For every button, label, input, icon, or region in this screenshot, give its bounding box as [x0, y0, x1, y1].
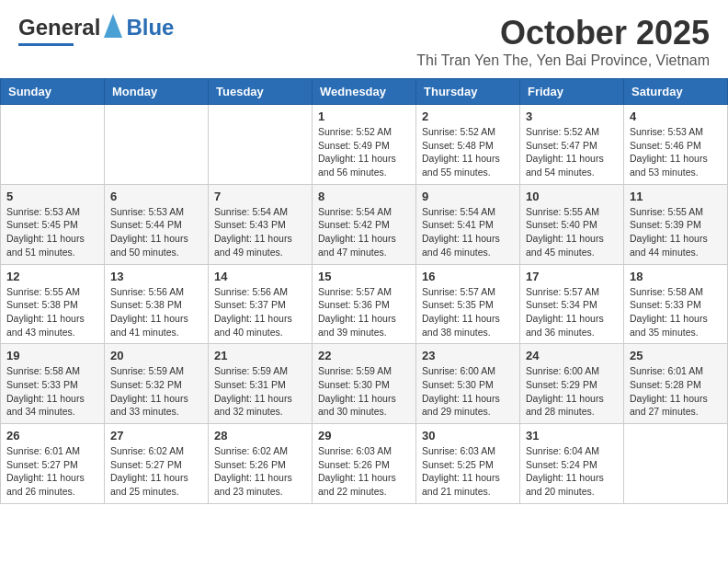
day-info: Sunrise: 5:56 AM Sunset: 5:38 PM Dayligh…	[110, 285, 202, 339]
day-info: Sunrise: 6:01 AM Sunset: 5:28 PM Dayligh…	[630, 364, 722, 419]
day-number: 26	[6, 429, 98, 442]
calendar-cell: 25Sunrise: 6:01 AM Sunset: 5:28 PM Dayli…	[624, 344, 728, 424]
day-info: Sunrise: 5:58 AM Sunset: 5:33 PM Dayligh…	[6, 364, 98, 419]
logo-blue: Blue	[126, 15, 174, 40]
day-number: 22	[318, 349, 410, 362]
calendar-cell	[209, 105, 313, 185]
location-title: Thi Tran Yen The, Yen Bai Province, Viet…	[416, 52, 710, 69]
day-info: Sunrise: 6:00 AM Sunset: 5:30 PM Dayligh…	[422, 364, 514, 419]
calendar-week-row: 12Sunrise: 5:55 AM Sunset: 5:38 PM Dayli…	[1, 264, 728, 344]
day-number: 28	[214, 429, 306, 442]
day-info: Sunrise: 5:54 AM Sunset: 5:41 PM Dayligh…	[422, 205, 514, 259]
day-info: Sunrise: 6:00 AM Sunset: 5:29 PM Dayligh…	[526, 364, 618, 419]
calendar-table: SundayMondayTuesdayWednesdayThursdayFrid…	[0, 78, 728, 504]
calendar-cell: 23Sunrise: 6:00 AM Sunset: 5:30 PM Dayli…	[416, 344, 520, 424]
day-number: 27	[110, 429, 202, 442]
calendar-cell: 22Sunrise: 5:59 AM Sunset: 5:30 PM Dayli…	[313, 344, 416, 424]
calendar-cell: 12Sunrise: 5:55 AM Sunset: 5:38 PM Dayli…	[1, 264, 105, 344]
day-info: Sunrise: 5:52 AM Sunset: 5:47 PM Dayligh…	[526, 125, 618, 179]
day-number: 15	[318, 270, 410, 283]
calendar-cell: 3Sunrise: 5:52 AM Sunset: 5:47 PM Daylig…	[520, 105, 624, 185]
logo-underline	[18, 43, 74, 46]
svg-marker-0	[104, 14, 122, 38]
day-info: Sunrise: 5:53 AM Sunset: 5:45 PM Dayligh…	[6, 205, 98, 259]
day-info: Sunrise: 6:03 AM Sunset: 5:25 PM Dayligh…	[422, 444, 514, 499]
day-info: Sunrise: 6:03 AM Sunset: 5:26 PM Dayligh…	[318, 444, 410, 499]
day-info: Sunrise: 5:52 AM Sunset: 5:48 PM Dayligh…	[422, 125, 514, 179]
calendar-cell: 16Sunrise: 5:57 AM Sunset: 5:35 PM Dayli…	[416, 264, 520, 344]
calendar-cell: 7Sunrise: 5:54 AM Sunset: 5:43 PM Daylig…	[209, 184, 313, 264]
day-info: Sunrise: 5:56 AM Sunset: 5:37 PM Dayligh…	[214, 285, 306, 339]
day-number: 24	[526, 349, 618, 362]
day-info: Sunrise: 6:01 AM Sunset: 5:27 PM Dayligh…	[6, 444, 98, 499]
day-number: 16	[422, 270, 514, 283]
day-number: 7	[214, 190, 306, 203]
day-info: Sunrise: 5:57 AM Sunset: 5:36 PM Dayligh…	[318, 285, 410, 339]
month-title: October 2025	[416, 14, 710, 52]
day-info: Sunrise: 5:57 AM Sunset: 5:34 PM Dayligh…	[526, 285, 618, 339]
calendar-week-row: 26Sunrise: 6:01 AM Sunset: 5:27 PM Dayli…	[1, 424, 728, 504]
calendar-header-row: SundayMondayTuesdayWednesdayThursdayFrid…	[1, 79, 728, 105]
calendar-cell: 29Sunrise: 6:03 AM Sunset: 5:26 PM Dayli…	[313, 424, 416, 504]
calendar-cell: 11Sunrise: 5:55 AM Sunset: 5:39 PM Dayli…	[624, 184, 728, 264]
day-info: Sunrise: 6:04 AM Sunset: 5:24 PM Dayligh…	[526, 444, 618, 499]
day-number: 5	[6, 190, 98, 203]
day-number: 12	[6, 270, 98, 283]
day-info: Sunrise: 5:54 AM Sunset: 5:43 PM Dayligh…	[214, 205, 306, 259]
day-info: Sunrise: 5:55 AM Sunset: 5:40 PM Dayligh…	[526, 205, 618, 259]
day-number: 9	[422, 190, 514, 203]
day-info: Sunrise: 5:53 AM Sunset: 5:44 PM Dayligh…	[110, 205, 202, 259]
day-number: 6	[110, 190, 202, 203]
weekday-header-saturday: Saturday	[624, 79, 728, 105]
day-info: Sunrise: 5:58 AM Sunset: 5:33 PM Dayligh…	[630, 285, 722, 339]
day-info: Sunrise: 5:59 AM Sunset: 5:31 PM Dayligh…	[214, 364, 306, 419]
calendar-cell: 21Sunrise: 5:59 AM Sunset: 5:31 PM Dayli…	[209, 344, 313, 424]
calendar-cell	[1, 105, 105, 185]
day-number: 10	[526, 190, 618, 203]
calendar-cell: 18Sunrise: 5:58 AM Sunset: 5:33 PM Dayli…	[624, 264, 728, 344]
weekday-header-monday: Monday	[105, 79, 209, 105]
calendar-cell: 31Sunrise: 6:04 AM Sunset: 5:24 PM Dayli…	[520, 424, 624, 504]
day-number: 11	[630, 190, 722, 203]
calendar-week-row: 1Sunrise: 5:52 AM Sunset: 5:49 PM Daylig…	[1, 105, 728, 185]
day-number: 30	[422, 429, 514, 442]
day-info: Sunrise: 5:55 AM Sunset: 5:38 PM Dayligh…	[6, 285, 98, 339]
day-info: Sunrise: 5:55 AM Sunset: 5:39 PM Dayligh…	[630, 205, 722, 259]
calendar-cell: 13Sunrise: 5:56 AM Sunset: 5:38 PM Dayli…	[105, 264, 209, 344]
weekday-header-wednesday: Wednesday	[313, 79, 416, 105]
calendar-cell: 27Sunrise: 6:02 AM Sunset: 5:27 PM Dayli…	[105, 424, 209, 504]
day-number: 21	[214, 349, 306, 362]
calendar-cell: 30Sunrise: 6:03 AM Sunset: 5:25 PM Dayli…	[416, 424, 520, 504]
day-number: 18	[630, 270, 722, 283]
calendar-week-row: 19Sunrise: 5:58 AM Sunset: 5:33 PM Dayli…	[1, 344, 728, 424]
day-number: 19	[6, 349, 98, 362]
day-number: 20	[110, 349, 202, 362]
calendar-cell: 14Sunrise: 5:56 AM Sunset: 5:37 PM Dayli…	[209, 264, 313, 344]
weekday-header-tuesday: Tuesday	[209, 79, 313, 105]
calendar-cell: 1Sunrise: 5:52 AM Sunset: 5:49 PM Daylig…	[313, 105, 416, 185]
calendar-cell: 8Sunrise: 5:54 AM Sunset: 5:42 PM Daylig…	[313, 184, 416, 264]
logo: General Blue	[18, 14, 174, 46]
day-info: Sunrise: 6:02 AM Sunset: 5:27 PM Dayligh…	[110, 444, 202, 499]
calendar-cell	[624, 424, 728, 504]
calendar-cell: 19Sunrise: 5:58 AM Sunset: 5:33 PM Dayli…	[1, 344, 105, 424]
logo-general: General	[18, 15, 100, 40]
weekday-header-thursday: Thursday	[416, 79, 520, 105]
day-info: Sunrise: 5:59 AM Sunset: 5:30 PM Dayligh…	[318, 364, 410, 419]
calendar-cell: 26Sunrise: 6:01 AM Sunset: 5:27 PM Dayli…	[1, 424, 105, 504]
day-info: Sunrise: 5:59 AM Sunset: 5:32 PM Dayligh…	[110, 364, 202, 419]
calendar-cell: 4Sunrise: 5:53 AM Sunset: 5:46 PM Daylig…	[624, 105, 728, 185]
day-number: 1	[318, 109, 410, 123]
day-info: Sunrise: 5:54 AM Sunset: 5:42 PM Dayligh…	[318, 205, 410, 259]
logo-icon	[104, 14, 122, 38]
day-info: Sunrise: 6:02 AM Sunset: 5:26 PM Dayligh…	[214, 444, 306, 499]
calendar-cell: 2Sunrise: 5:52 AM Sunset: 5:48 PM Daylig…	[416, 105, 520, 185]
calendar-week-row: 5Sunrise: 5:53 AM Sunset: 5:45 PM Daylig…	[1, 184, 728, 264]
day-info: Sunrise: 5:57 AM Sunset: 5:35 PM Dayligh…	[422, 285, 514, 339]
calendar-cell: 17Sunrise: 5:57 AM Sunset: 5:34 PM Dayli…	[520, 264, 624, 344]
day-number: 13	[110, 270, 202, 283]
calendar-cell: 5Sunrise: 5:53 AM Sunset: 5:45 PM Daylig…	[1, 184, 105, 264]
calendar-cell: 28Sunrise: 6:02 AM Sunset: 5:26 PM Dayli…	[209, 424, 313, 504]
weekday-header-sunday: Sunday	[1, 79, 105, 105]
day-number: 29	[318, 429, 410, 442]
